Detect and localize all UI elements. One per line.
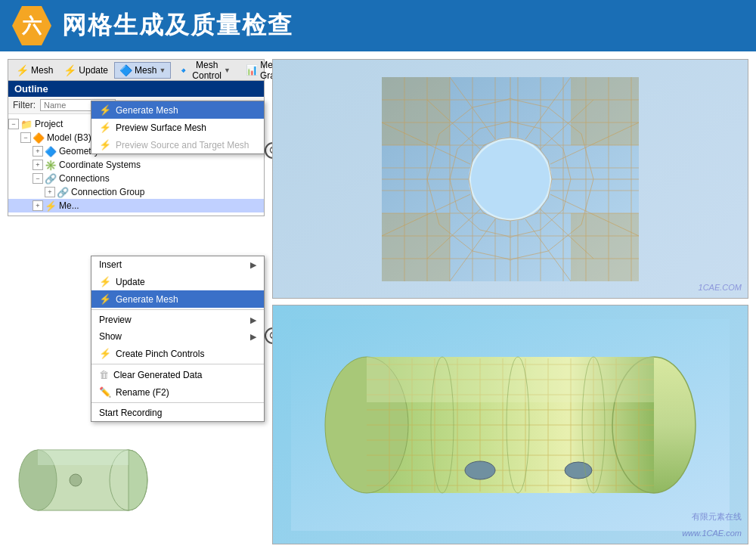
ctx-insert-arrow: ▶ bbox=[250, 260, 256, 270]
main-content: ⚡ Mesh ⚡ Update 🔷 Mesh ▼ 🔹 Mesh Control … bbox=[0, 51, 756, 552]
geometry-expander[interactable]: + bbox=[33, 146, 43, 157]
ctx-preview-source-icon: ⚡ bbox=[99, 139, 111, 150]
ctx-clear[interactable]: 🗑 Clear Generated Data bbox=[91, 366, 264, 383]
ctx-preview[interactable]: Preview ▶ bbox=[91, 312, 264, 328]
ctx-preview-surface-label: Preview Surface Mesh bbox=[116, 122, 206, 133]
ctx-start-recording[interactable]: Start Recording bbox=[91, 405, 264, 421]
ctx-generate-icon-top: ⚡ bbox=[99, 104, 111, 116]
connections-label: Connections bbox=[59, 173, 110, 184]
model-label: Model (B3) bbox=[47, 132, 91, 143]
tree-item-mesh[interactable]: + ⚡ Me... bbox=[8, 199, 264, 212]
connections-expander[interactable]: − bbox=[33, 173, 43, 184]
ctx-generate-label-top: Generate Mesh bbox=[116, 105, 178, 116]
ctx-create-pinch[interactable]: ⚡ Create Pinch Controls bbox=[91, 345, 264, 362]
geometry-icon: 🔷 bbox=[45, 145, 57, 157]
ctx-generate-label-right: Generate Mesh bbox=[116, 294, 178, 305]
context-menu-top: ⚡ Generate Mesh ⚡ Preview Surface Mesh ⚡… bbox=[91, 101, 265, 154]
ctx-show-label: Show bbox=[99, 331, 122, 342]
mesh-dropdown-label: Mesh bbox=[135, 65, 156, 76]
project-label: Project bbox=[35, 119, 63, 129]
ctx-insert[interactable]: Insert ▶ bbox=[91, 256, 264, 273]
ctx-show-arrow: ▶ bbox=[250, 332, 256, 342]
svg-rect-77 bbox=[367, 357, 654, 402]
coordinate-icon: ✳️ bbox=[45, 159, 57, 171]
ctx-preview-arrow: ▶ bbox=[250, 315, 256, 325]
mesh-control-arrow: ▼ bbox=[224, 67, 231, 74]
ctx-generate-mesh-right[interactable]: ⚡ Generate Mesh bbox=[91, 290, 264, 308]
ctx-generate-mesh-top[interactable]: ⚡ Generate Mesh bbox=[91, 101, 264, 119]
svg-point-75 bbox=[465, 461, 495, 479]
model-expander[interactable]: − bbox=[20, 132, 31, 143]
mesh-dropdown-icon: 🔷 bbox=[119, 64, 132, 76]
connections-icon: 🔗 bbox=[45, 172, 57, 185]
conngroup-label: Connection Group bbox=[71, 187, 144, 197]
mesh-dropdown-button[interactable]: 🔷 Mesh ▼ bbox=[114, 62, 171, 79]
update-icon: ⚡ bbox=[64, 64, 76, 76]
mesh-control-label: Mesh Control bbox=[192, 60, 222, 81]
context-menu-right: Insert ▶ ⚡ Update ⚡ Generate Mesh Previe… bbox=[91, 256, 265, 422]
mesh-label: Mesh bbox=[31, 65, 53, 76]
mesh-item-label: Me... bbox=[59, 200, 79, 211]
ctx-sep-2 bbox=[91, 364, 264, 364]
ctx-preview-source[interactable]: ⚡ Preview Source and Target Mesh bbox=[91, 136, 264, 154]
ctx-pinch-icon: ⚡ bbox=[99, 348, 111, 359]
left-panel: ⚡ Mesh ⚡ Update 🔷 Mesh ▼ 🔹 Mesh Control … bbox=[8, 59, 265, 544]
mesh-top-view: 1CAE.COM bbox=[272, 59, 748, 299]
right-panel: 1CAE.COM bbox=[272, 59, 748, 544]
header: 六 网格生成及质量检查 bbox=[0, 0, 756, 51]
svg-rect-46 bbox=[571, 213, 639, 281]
svg-rect-43 bbox=[382, 77, 450, 145]
top-watermark: 1CAE.COM bbox=[699, 283, 742, 292]
ctx-rename-label: Rename (F2) bbox=[116, 387, 169, 398]
mesh-control-button[interactable]: 🔹 Mesh Control ▼ bbox=[172, 58, 235, 82]
filter-label: Filter: bbox=[13, 100, 36, 110]
project-expander[interactable]: − bbox=[8, 119, 19, 129]
ctx-clear-icon: 🗑 bbox=[99, 369, 109, 380]
tree-item-coordinate[interactable]: + ✳️ Coordinate Systems bbox=[8, 158, 264, 172]
model-icon: 🔶 bbox=[33, 132, 45, 144]
svg-rect-44 bbox=[571, 77, 639, 145]
metric-graph-icon: 📊 bbox=[246, 64, 258, 76]
mesh-bottom-view: www.1CAE.com 有限元素在线 bbox=[272, 305, 748, 544]
ctx-update-label: Update bbox=[116, 277, 145, 287]
ctx-clear-label: Clear Generated Data bbox=[113, 370, 202, 380]
tree-item-conngroup[interactable]: + 🔗 Connection Group bbox=[8, 185, 264, 199]
ctx-preview-surface[interactable]: ⚡ Preview Surface Mesh bbox=[91, 119, 264, 136]
ctx-preview-label: Preview bbox=[99, 315, 132, 325]
toolbar: ⚡ Mesh ⚡ Update 🔷 Mesh ▼ 🔹 Mesh Control … bbox=[8, 59, 265, 80]
outline-header: Outline bbox=[8, 81, 264, 97]
ctx-preview-surface-icon: ⚡ bbox=[99, 122, 111, 133]
ctx-pinch-label: Create Pinch Controls bbox=[116, 349, 204, 359]
mesh-icon: ⚡ bbox=[16, 64, 29, 76]
ctx-start-recording-label: Start Recording bbox=[99, 408, 162, 418]
update-label: Update bbox=[79, 65, 108, 76]
svg-point-47 bbox=[471, 140, 550, 219]
mesh-dropdown-arrow: ▼ bbox=[159, 67, 166, 74]
outline-title: Outline bbox=[14, 83, 48, 95]
svg-rect-45 bbox=[382, 213, 450, 281]
ctx-sep-3 bbox=[91, 402, 264, 403]
ctx-rename[interactable]: ✏️ Rename (F2) bbox=[91, 383, 264, 401]
header-title: 网格生成及质量检查 bbox=[62, 9, 293, 42]
tree-item-connections[interactable]: − 🔗 Connections bbox=[8, 172, 264, 185]
header-number: 六 bbox=[22, 13, 42, 39]
update-button[interactable]: ⚡ Update bbox=[59, 63, 113, 78]
svg-rect-5 bbox=[38, 450, 129, 465]
mesh-button[interactable]: ⚡ Mesh bbox=[11, 63, 57, 78]
model-3d-view bbox=[8, 431, 159, 529]
bottom-watermark: www.1CAE.com bbox=[682, 529, 742, 538]
svg-point-76 bbox=[565, 462, 592, 479]
coordinate-label: Coordinate Systems bbox=[59, 160, 141, 170]
ctx-preview-source-label: Preview Source and Target Mesh bbox=[116, 140, 249, 150]
ctx-update[interactable]: ⚡ Update bbox=[91, 273, 264, 290]
ctx-show[interactable]: Show ▶ bbox=[91, 328, 264, 345]
mesh-expander[interactable]: + bbox=[33, 200, 43, 211]
project-icon: 📁 bbox=[20, 118, 33, 130]
mesh-item-icon: ⚡ bbox=[45, 200, 57, 212]
ctx-insert-label: Insert bbox=[99, 259, 122, 270]
conngroup-icon: 🔗 bbox=[57, 186, 69, 198]
ctx-sep-1 bbox=[91, 309, 264, 310]
ctx-generate-icon-right: ⚡ bbox=[99, 293, 111, 305]
coordinate-expander[interactable]: + bbox=[33, 160, 43, 170]
conngroup-expander[interactable]: + bbox=[45, 187, 55, 197]
